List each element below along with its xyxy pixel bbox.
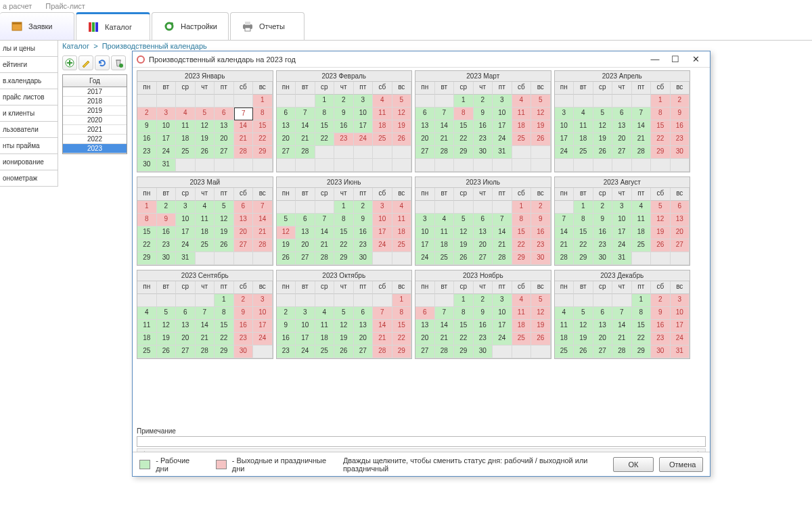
day-cell[interactable]: 10 [157, 120, 177, 133]
day-cell[interactable]: 16 [593, 227, 613, 239]
day-cell[interactable]: 16 [354, 227, 374, 239]
day-cell[interactable]: 25 [555, 346, 574, 358]
day-cell[interactable]: 10 [493, 108, 512, 120]
day-cell[interactable]: 22 [454, 333, 474, 346]
day-cell[interactable]: 29 [215, 346, 234, 358]
day-cell[interactable]: 18 [315, 333, 335, 346]
day-cell[interactable]: 11 [574, 120, 593, 133]
day-cell[interactable]: 17 [176, 227, 196, 239]
year-row[interactable]: 2021 [63, 125, 127, 135]
day-cell[interactable]: 2 [593, 201, 613, 214]
day-cell[interactable]: 19 [454, 239, 474, 252]
day-cell[interactable]: 10 [296, 320, 315, 333]
day-cell[interactable]: 12 [531, 307, 551, 320]
day-cell[interactable]: 13 [277, 120, 296, 133]
day-cell[interactable]: 22 [574, 239, 593, 252]
add-button[interactable] [62, 55, 77, 70]
side-item[interactable]: лы и цены [0, 41, 58, 57]
day-cell[interactable]: 21 [555, 239, 574, 252]
day-cell[interactable]: 16 [474, 120, 493, 133]
day-cell[interactable]: 13 [593, 320, 613, 333]
day-cell[interactable]: 19 [215, 227, 234, 239]
day-cell[interactable]: 9 [234, 307, 254, 320]
day-cell[interactable]: 4 [373, 95, 392, 108]
day-cell[interactable]: 4 [574, 108, 593, 120]
day-cell[interactable]: 7 [632, 108, 652, 120]
day-cell[interactable]: 29 [574, 252, 593, 265]
day-cell[interactable]: 1 [651, 95, 671, 108]
day-cell[interactable]: 5 [651, 201, 671, 214]
day-cell[interactable]: 6 [593, 307, 613, 320]
day-cell[interactable]: 30 [157, 252, 177, 265]
day-cell[interactable]: 20 [671, 227, 690, 239]
day-cell[interactable]: 27 [176, 346, 196, 358]
day-cell[interactable]: 11 [555, 320, 574, 333]
day-cell[interactable]: 27 [415, 346, 435, 358]
day-cell[interactable]: 8 [315, 108, 335, 120]
day-cell[interactable]: 30 [474, 346, 493, 358]
day-cell[interactable]: 13 [215, 120, 234, 133]
day-cell[interactable]: 30 [137, 159, 157, 172]
day-cell[interactable]: 17 [415, 239, 435, 252]
day-cell[interactable]: 31 [493, 146, 512, 159]
day-cell[interactable]: 4 [315, 307, 335, 320]
day-cell[interactable]: 8 [632, 307, 652, 320]
day-cell[interactable]: 6 [671, 201, 690, 214]
day-cell[interactable]: 15 [334, 227, 354, 239]
day-cell[interactable]: 11 [632, 214, 652, 227]
day-cell[interactable]: 8 [454, 108, 474, 120]
day-cell[interactable]: 22 [215, 333, 234, 346]
day-cell[interactable]: 2 [651, 294, 671, 307]
day-cell[interactable]: 16 [157, 227, 177, 239]
day-cell[interactable]: 18 [373, 120, 392, 133]
day-cell[interactable]: 23 [474, 133, 493, 146]
day-cell[interactable]: 19 [574, 333, 593, 346]
day-cell[interactable]: 4 [435, 214, 455, 227]
day-cell[interactable]: 7 [373, 307, 392, 320]
day-cell[interactable]: 23 [234, 333, 254, 346]
day-cell[interactable]: 19 [531, 120, 551, 133]
day-cell[interactable]: 11 [315, 320, 335, 333]
day-cell[interactable]: 15 [454, 120, 474, 133]
day-cell[interactable]: 9 [277, 320, 296, 333]
day-cell[interactable]: 18 [555, 333, 574, 346]
day-cell[interactable]: 20 [593, 333, 613, 346]
day-cell[interactable]: 7 [196, 307, 215, 320]
day-cell[interactable]: 16 [671, 120, 690, 133]
day-cell[interactable]: 3 [612, 201, 632, 214]
day-cell[interactable]: 6 [176, 307, 196, 320]
day-cell[interactable]: 1 [215, 294, 234, 307]
day-cell[interactable]: 13 [176, 320, 196, 333]
day-cell[interactable]: 18 [632, 227, 652, 239]
day-cell[interactable]: 26 [454, 252, 474, 265]
day-cell[interactable]: 31 [671, 346, 690, 358]
day-cell[interactable]: 28 [435, 346, 455, 358]
day-cell[interactable]: 28 [196, 346, 215, 358]
day-cell[interactable]: 21 [196, 333, 215, 346]
day-cell[interactable]: 24 [415, 252, 435, 265]
day-cell[interactable]: 27 [612, 146, 632, 159]
day-cell[interactable]: 12 [651, 214, 671, 227]
day-cell[interactable]: 2 [234, 294, 254, 307]
day-cell[interactable]: 28 [555, 252, 574, 265]
day-cell[interactable]: 22 [137, 239, 157, 252]
day-cell[interactable]: 25 [574, 146, 593, 159]
day-cell[interactable]: 6 [215, 108, 234, 120]
day-cell[interactable]: 14 [234, 120, 254, 133]
day-cell[interactable]: 29 [454, 146, 474, 159]
side-item[interactable]: ейтинги [0, 57, 58, 73]
day-cell[interactable]: 25 [315, 346, 335, 358]
minimize-button[interactable]: — [645, 53, 665, 66]
day-cell[interactable]: 23 [137, 146, 157, 159]
day-cell[interactable]: 17 [493, 120, 512, 133]
day-cell[interactable]: 4 [196, 201, 215, 214]
day-cell[interactable]: 10 [176, 214, 196, 227]
day-cell[interactable]: 1 [253, 95, 273, 108]
day-cell[interactable]: 27 [415, 146, 435, 159]
day-cell[interactable]: 26 [334, 346, 354, 358]
day-cell[interactable]: 15 [137, 227, 157, 239]
day-cell[interactable]: 29 [137, 252, 157, 265]
day-cell[interactable]: 28 [632, 146, 652, 159]
day-cell[interactable]: 24 [253, 333, 273, 346]
edit-button[interactable] [78, 55, 93, 70]
